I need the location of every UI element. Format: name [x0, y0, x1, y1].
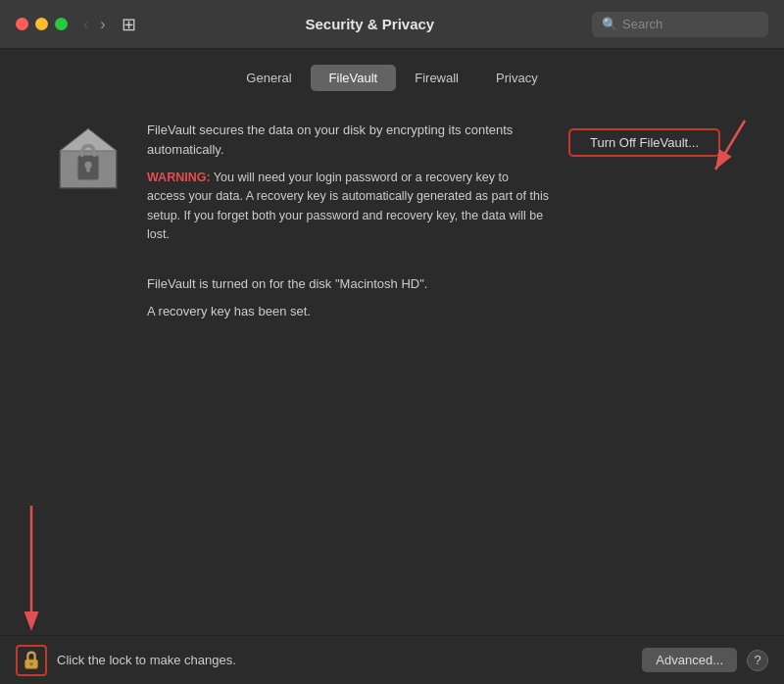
tabs-container: General FileVault Firewall Privacy: [0, 49, 784, 101]
lock-icon-button[interactable]: [16, 645, 47, 676]
content-area: FileVault secures the data on your disk …: [0, 101, 784, 635]
main-description: FileVault secures the data on your disk …: [147, 121, 549, 159]
svg-point-10: [29, 661, 33, 665]
help-button[interactable]: ?: [747, 650, 768, 671]
traffic-lights: [16, 18, 68, 30]
grid-icon[interactable]: ⊞: [122, 14, 136, 35]
click-lock-text: Click the lock to make changes.: [57, 653, 642, 667]
lock-icon: [21, 650, 42, 671]
titlebar: ‹ › ⊞ Security & Privacy 🔍: [0, 0, 784, 49]
tab-firewall[interactable]: Firewall: [396, 65, 477, 91]
svg-line-1: [715, 121, 745, 170]
close-button[interactable]: [16, 18, 28, 30]
filevault-icon: [49, 124, 127, 195]
main-area: General FileVault Firewall Privacy: [0, 49, 784, 684]
bottom-bar: Click the lock to make changes. Advanced…: [0, 635, 784, 684]
filevault-status-key: A recovery key has been set.: [147, 302, 725, 322]
search-box: 🔍: [592, 12, 768, 37]
warning-text: WARNING: You will need your login passwo…: [147, 169, 549, 245]
back-button[interactable]: ‹: [79, 14, 92, 35]
tab-filevault[interactable]: FileVault: [311, 65, 397, 91]
nav-arrows: ‹ ›: [79, 14, 110, 35]
window-title: Security & Privacy: [148, 16, 592, 32]
minimize-button[interactable]: [35, 18, 48, 30]
advanced-button[interactable]: Advanced...: [642, 648, 737, 672]
filevault-info-row: FileVault secures the data on your disk …: [49, 121, 725, 259]
warning-label: WARNING:: [147, 171, 211, 184]
search-icon: 🔍: [602, 17, 617, 31]
svg-rect-6: [86, 167, 90, 171]
down-arrow-annotation: [12, 506, 51, 633]
maximize-button[interactable]: [55, 18, 68, 30]
forward-button[interactable]: ›: [96, 14, 109, 35]
tab-privacy[interactable]: Privacy: [477, 65, 557, 91]
search-input[interactable]: [622, 17, 759, 31]
svg-marker-3: [60, 129, 117, 152]
arrow-annotation: [657, 111, 755, 199]
text-block: FileVault secures the data on your disk …: [147, 121, 549, 259]
tab-general[interactable]: General: [227, 65, 310, 91]
filevault-status-disk: FileVault is turned on for the disk "Mac…: [147, 274, 725, 295]
